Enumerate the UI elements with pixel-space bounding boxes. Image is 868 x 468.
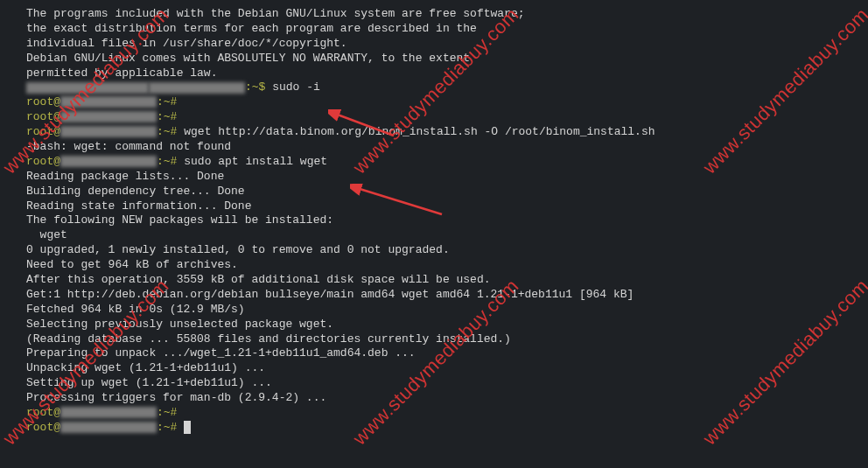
root-label: root@ xyxy=(26,125,60,138)
cursor-icon xyxy=(184,421,191,434)
term-line: After this operation, 3559 kB of additio… xyxy=(26,273,868,288)
prompt-line-current[interactable]: root@:~# xyxy=(26,421,868,436)
root-label: root@ xyxy=(26,155,60,168)
terminal-output[interactable]: The programs included with the Debian GN… xyxy=(26,7,868,436)
prompt-line: root@:~# sudo apt install wget xyxy=(26,155,868,170)
term-line: Get:1 http://deb.debian.org/debian bulls… xyxy=(26,288,868,303)
redacted-host xyxy=(60,96,157,108)
root-label: root@ xyxy=(26,421,60,434)
prompt-suffix: :~$ xyxy=(245,80,272,94)
term-line: The programs included with the Debian GN… xyxy=(26,7,868,22)
prompt-line: root@:~# xyxy=(26,95,868,110)
prompt-suffix: :~# xyxy=(157,406,184,419)
prompt-suffix: :~# xyxy=(157,95,184,108)
prompt-line: root@:~# xyxy=(26,406,868,421)
root-label: root@ xyxy=(26,406,60,419)
term-line: 0 upgraded, 1 newly installed, 0 to remo… xyxy=(26,243,868,258)
term-line: Building dependency tree... Done xyxy=(26,185,868,199)
prompt-suffix: :~# xyxy=(157,125,184,138)
term-line: Need to get 964 kB of archives. xyxy=(26,258,868,273)
prompt-line: root@:~# xyxy=(26,110,868,125)
prompt-line: :~$ sudo -i xyxy=(26,80,868,95)
prompt-suffix: :~# xyxy=(157,421,184,434)
redacted-host xyxy=(60,156,157,167)
term-line: Preparing to unpack .../wget_1.21-1+deb1… xyxy=(26,346,868,361)
term-line: Selecting previously unselected package … xyxy=(26,318,868,332)
command-text: sudo apt install wget xyxy=(184,155,327,168)
redacted-host xyxy=(60,407,157,418)
command-text: sudo -i xyxy=(272,80,320,94)
prompt-suffix: :~# xyxy=(157,110,184,123)
term-line: Processing triggers for man-db (2.9.4-2)… xyxy=(26,391,868,406)
root-label: root@ xyxy=(26,110,60,123)
term-line: wget xyxy=(26,228,868,243)
term-line: Unpacking wget (1.21-1+deb11u1) ... xyxy=(26,361,868,376)
redacted-host xyxy=(60,422,157,433)
term-line: Fetched 964 kB in 0s (12.9 MB/s) xyxy=(26,303,868,318)
redacted-host xyxy=(26,82,149,94)
term-line: Reading package lists... Done xyxy=(26,170,868,185)
term-line: (Reading database ... 55808 files and di… xyxy=(26,332,868,347)
command-text: wget http://data.binom.org/binom_install… xyxy=(184,125,654,138)
prompt-suffix: :~# xyxy=(157,155,184,168)
term-line: Debian GNU/Linux comes with ABSOLUTELY N… xyxy=(26,52,868,66)
term-line: individual files in /usr/share/doc/*/cop… xyxy=(26,37,868,52)
term-line: Reading state information... Done xyxy=(26,199,868,214)
redacted-host xyxy=(60,111,157,122)
redacted-host xyxy=(60,126,157,137)
root-label: root@ xyxy=(26,95,60,108)
redacted-host xyxy=(149,82,245,94)
term-line: permitted by applicable law. xyxy=(26,66,868,81)
term-line: the exact distribution terms for each pr… xyxy=(26,22,868,37)
term-line: The following NEW packages will be insta… xyxy=(26,213,868,228)
term-line: Setting up wget (1.21-1+deb11u1) ... xyxy=(26,376,868,391)
term-line: -bash: wget: command not found xyxy=(26,140,868,155)
prompt-line: root@:~# wget http://data.binom.org/bino… xyxy=(26,125,868,140)
